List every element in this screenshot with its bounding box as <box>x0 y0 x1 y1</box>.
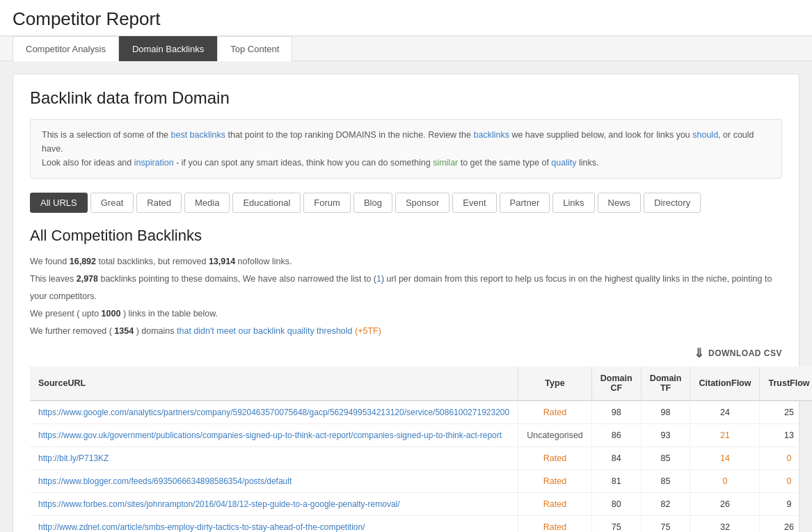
info-line-2: Look also for ideas and inspiration - if… <box>42 156 770 170</box>
source-url-link[interactable]: https://www.gov.uk/government/publicatio… <box>38 430 502 440</box>
domain-tf-cell: 85 <box>641 470 690 493</box>
filter-tab-news[interactable]: News <box>598 193 642 213</box>
table-row: http://www.zdnet.com/article/smbs-employ… <box>30 516 812 533</box>
col-header-type: Type <box>518 366 592 401</box>
source-url-cell: https://www.blogger.com/feeds/6935066634… <box>30 470 518 493</box>
source-url-link[interactable]: https://www.forbes.com/sites/johnrampton… <box>38 499 400 509</box>
table-row: https://www.google.com/analytics/partner… <box>30 401 812 424</box>
filter-tab-great[interactable]: Great <box>90 193 134 213</box>
domain-cf-cell: 75 <box>591 516 641 533</box>
citation-flow-cell: 26 <box>690 493 760 516</box>
domain-tf-cell: 93 <box>641 424 690 447</box>
stats-line-2: This leaves 2,978 backlinks pointing to … <box>30 271 782 305</box>
table-row: https://www.forbes.com/sites/johnrampton… <box>30 493 812 516</box>
trust-flow-cell: 0 <box>760 447 812 470</box>
source-url-cell: http://www.zdnet.com/article/smbs-employ… <box>30 516 518 533</box>
source-url-cell: https://www.google.com/analytics/partner… <box>30 401 518 424</box>
stats-line-1: We found 16,892 total backlinks, but rem… <box>30 253 782 271</box>
filter-tab-blog[interactable]: Blog <box>353 193 392 213</box>
citation-flow-cell: 14 <box>690 447 760 470</box>
col-header-domain-tf: Domain TF <box>641 366 690 401</box>
table-row: https://www.gov.uk/government/publicatio… <box>30 424 812 447</box>
tab-domain-backlinks[interactable]: Domain Backlinks <box>119 36 217 61</box>
filter-tab-all-urls[interactable]: All URLS <box>30 193 88 213</box>
type-cell: Rated <box>518 401 592 424</box>
domain-tf-cell: 98 <box>641 401 690 424</box>
section-title: All Competition Backlinks <box>30 227 782 245</box>
info-line-1: This is a selection of some of the best … <box>42 128 770 156</box>
filter-tab-event[interactable]: Event <box>452 193 496 213</box>
tab-competitor-analysis[interactable]: Competitor Analysis <box>13 36 119 61</box>
domain-tf-cell: 82 <box>641 493 690 516</box>
download-label: DOWNLOAD CSV <box>708 348 782 358</box>
col-header-sourceurl: SourceURL <box>30 366 518 401</box>
trust-flow-cell: 26 <box>760 516 812 533</box>
backlinks-table: SourceURLTypeDomain CFDomain TFCitationF… <box>30 366 812 532</box>
stats-line-4: We further removed ( 1354 ) domains that… <box>30 323 782 340</box>
download-row: ⇓ DOWNLOAD CSV <box>30 346 782 361</box>
trust-flow-cell: 25 <box>760 401 812 424</box>
trust-flow-cell: 0 <box>760 470 812 493</box>
filter-tab-media[interactable]: Media <box>184 193 230 213</box>
filter-tab-sponsor[interactable]: Sponsor <box>395 193 449 213</box>
citation-flow-cell: 0 <box>690 470 760 493</box>
citation-flow-cell: 32 <box>690 516 760 533</box>
domain-tf-cell: 75 <box>641 516 690 533</box>
citation-flow-cell: 21 <box>690 424 760 447</box>
tab-top-content[interactable]: Top Content <box>217 36 292 61</box>
source-url-cell: https://www.forbes.com/sites/johnrampton… <box>30 493 518 516</box>
domain-cf-cell: 80 <box>591 493 641 516</box>
citation-flow-cell: 24 <box>690 401 760 424</box>
filter-tab-directory[interactable]: Directory <box>644 193 701 213</box>
page-title: Competitor Report <box>13 8 799 30</box>
source-url-cell: http://bit.ly/P713KZ <box>30 447 518 470</box>
type-cell: Rated <box>518 493 592 516</box>
type-cell: Rated <box>518 470 592 493</box>
source-url-link[interactable]: https://www.google.com/analytics/partner… <box>38 408 509 417</box>
source-url-link[interactable]: http://www.zdnet.com/article/smbs-employ… <box>38 522 365 532</box>
filter-tab-forum[interactable]: Forum <box>303 193 351 213</box>
url-filter-tabs: All URLSGreatRatedMediaEducationalForumB… <box>30 193 782 213</box>
table-row: http://bit.ly/P713KZRated8485140 <box>30 447 812 470</box>
filter-tab-educational[interactable]: Educational <box>232 193 301 213</box>
source-url-link[interactable]: http://bit.ly/P713KZ <box>38 453 109 463</box>
stats-line-3: We present ( upto 1000 ) links in the ta… <box>30 305 782 323</box>
source-url-link[interactable]: https://www.blogger.com/feeds/6935066634… <box>38 476 292 486</box>
type-cell: Rated <box>518 447 592 470</box>
trust-flow-cell: 13 <box>760 424 812 447</box>
domain-cf-cell: 86 <box>591 424 641 447</box>
info-box: This is a selection of some of the best … <box>30 119 782 179</box>
main-card: Backlink data from Domain This is a sele… <box>13 74 799 532</box>
filter-tab-partner[interactable]: Partner <box>500 193 550 213</box>
col-header-citationflow: CitationFlow <box>690 366 760 401</box>
domain-cf-cell: 84 <box>591 447 641 470</box>
source-url-cell: https://www.gov.uk/government/publicatio… <box>30 424 518 447</box>
card-title: Backlink data from Domain <box>30 88 782 108</box>
domain-tf-cell: 85 <box>641 447 690 470</box>
type-cell: Uncategorised <box>518 424 592 447</box>
col-header-domain-cf: Domain CF <box>591 366 641 401</box>
tabs-bar: Competitor AnalysisDomain BacklinksTop C… <box>0 36 812 61</box>
col-header-trustflow: TrustFlow <box>760 366 812 401</box>
type-cell: Rated <box>518 516 592 533</box>
page-header: Competitor Report <box>0 0 812 36</box>
table-row: https://www.blogger.com/feeds/6935066634… <box>30 470 812 493</box>
stats-text: We found 16,892 total backlinks, but rem… <box>30 253 782 340</box>
download-icon: ⇓ <box>694 346 705 361</box>
download-csv-button[interactable]: ⇓ DOWNLOAD CSV <box>694 346 783 361</box>
table-header: SourceURLTypeDomain CFDomain TFCitationF… <box>30 366 812 401</box>
filter-tab-rated[interactable]: Rated <box>136 193 182 213</box>
domain-cf-cell: 98 <box>591 401 641 424</box>
trust-flow-cell: 9 <box>760 493 812 516</box>
filter-tab-links[interactable]: Links <box>552 193 594 213</box>
domain-cf-cell: 81 <box>591 470 641 493</box>
